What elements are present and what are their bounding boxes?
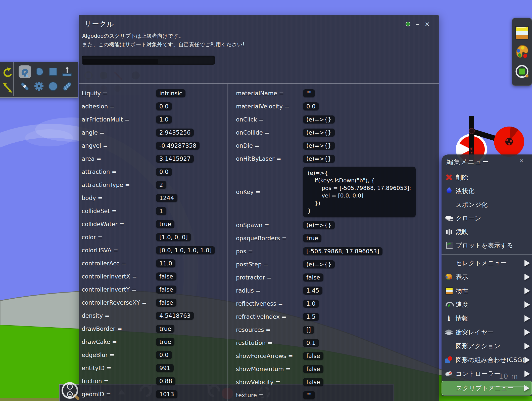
property-row: refractiveIndex = 1.5 [228, 310, 439, 323]
material-layers-icon[interactable] [515, 25, 529, 41]
property-value-field[interactable]: 1.5 [303, 313, 319, 321]
material-layers-icon [445, 286, 454, 295]
brush-tool-icon[interactable] [33, 66, 44, 77]
property-value-field[interactable]: true [156, 220, 174, 228]
property-value-field[interactable]: false [303, 365, 323, 373]
zoom-selection-icon[interactable] [515, 64, 529, 80]
right-red-wheel[interactable] [494, 127, 524, 157]
property-value-field[interactable]: 991 [156, 364, 174, 372]
appearance-palette-icon[interactable] [515, 44, 529, 60]
submenu-arrow-icon [524, 315, 530, 322]
box-tool-icon[interactable] [47, 66, 59, 77]
property-value-field[interactable]: 11.0 [156, 259, 175, 267]
menu-item[interactable]: 図形の組み合わせ(CSG) [442, 353, 532, 367]
property-value-field[interactable]: (e)=>{} [303, 115, 335, 124]
property-value-field[interactable]: 1.0 [156, 115, 172, 124]
plane-tool-icon[interactable] [62, 66, 73, 77]
submenu-arrow-icon [524, 288, 530, 294]
property-label: showForceArrows = [228, 353, 303, 359]
property-value-field[interactable]: (e)=>{} [303, 260, 335, 268]
menu-item[interactable]: 液状化 [442, 184, 532, 198]
property-value-field[interactable]: 3.1415927 [156, 155, 194, 163]
spring-tool-icon[interactable] [62, 81, 73, 92]
menu-item[interactable]: プロットを表示する [442, 238, 532, 252]
property-value-field[interactable]: 2 [156, 181, 166, 189]
undo-arrow-icon[interactable] [2, 66, 13, 77]
property-value-field[interactable]: 0.1 [303, 339, 319, 347]
property-row: airFrictionMult = 1.0 [79, 113, 227, 126]
property-row: restitution = 0.1 [228, 336, 439, 349]
info-icon [445, 314, 454, 323]
property-label: onDie = [228, 142, 303, 149]
property-value-field[interactable]: false [156, 299, 176, 307]
property-value-field[interactable]: 1 [156, 207, 166, 215]
property-value-field[interactable]: 0.0 [303, 102, 319, 110]
property-value-field[interactable]: 1.0 [303, 300, 319, 308]
property-value-field[interactable]: false [303, 378, 323, 386]
property-value-field[interactable]: [] [303, 326, 314, 334]
property-value-field[interactable]: 1.45 [303, 287, 322, 295]
property-value-field[interactable]: 0.0 [156, 102, 172, 110]
menu-item[interactable]: 情報 [442, 311, 532, 325]
menu-item[interactable]: 表示 [442, 270, 532, 284]
property-value-field[interactable]: (e)=>{} [303, 221, 335, 229]
property-value-field[interactable]: 1244 [156, 194, 177, 202]
sketch-tool-icon[interactable] [19, 66, 30, 77]
menu-item[interactable]: 衝突レイヤー [442, 325, 532, 339]
property-value-field[interactable]: 1013 [156, 390, 177, 398]
property-value-field[interactable]: (e)=>{} [303, 142, 335, 150]
gear-tool-icon[interactable] [33, 81, 44, 92]
property-value-field[interactable]: 0.0 [156, 168, 172, 176]
onkey-code-field[interactable]: (e)=>{ if(keys.isDown("b"), { pos = [-50… [303, 167, 416, 217]
property-value-field[interactable]: 4.5418763 [156, 312, 194, 320]
menu-item-label: 情報 [456, 314, 468, 323]
property-label: onKey = [228, 189, 303, 195]
property-value-field[interactable]: false [156, 286, 176, 294]
property-value-field[interactable]: 0.0 [156, 351, 172, 359]
minimize-icon[interactable]: – [510, 158, 513, 164]
property-value-field[interactable]: [1.0, 0, 0] [156, 233, 191, 241]
menu-item[interactable]: 物性 [442, 284, 532, 298]
collision-layers-icon [445, 328, 454, 337]
property-value-field[interactable]: -0.49287358 [156, 142, 200, 150]
property-value-field[interactable]: true [156, 338, 174, 346]
pin-window-icon[interactable] [406, 22, 410, 26]
menu-item[interactable]: スポンジ化 [442, 198, 532, 211]
property-value-field[interactable]: (e)=>{} [303, 129, 335, 137]
menu-item[interactable]: 速度 [442, 298, 532, 311]
menu-item[interactable]: 削除 [442, 171, 532, 184]
menu-item[interactable]: 図形アクション [442, 339, 532, 353]
property-value-field[interactable]: intrinsic [156, 89, 185, 97]
property-value-field[interactable]: true [303, 234, 321, 242]
property-value-field[interactable]: false [156, 272, 176, 280]
property-label: entityID = [79, 365, 156, 371]
menu-item[interactable]: セレクトメニュー [442, 256, 532, 270]
property-row: body = 1244 [79, 191, 227, 205]
close-icon[interactable]: × [519, 158, 524, 164]
knife-tool-icon[interactable] [19, 81, 30, 92]
property-value-field[interactable]: (e)=>{} [303, 155, 335, 163]
property-value-field[interactable]: 2.9435256 [156, 129, 194, 137]
script-command-input[interactable] [82, 56, 215, 65]
property-value-field[interactable]: "" [303, 89, 315, 97]
menu-item-label: セレクトメニュー [456, 259, 507, 267]
axle-joint[interactable] [469, 128, 474, 134]
property-value-field[interactable]: false [303, 352, 323, 360]
move-tool-icon[interactable] [2, 82, 13, 93]
property-value-field[interactable]: true [156, 325, 174, 333]
mirror-icon [445, 227, 454, 236]
close-icon[interactable]: × [425, 21, 430, 27]
minimize-icon[interactable]: – [416, 21, 419, 27]
property-value-field[interactable]: [0.0, 1.0, 1.0, 1.0] [156, 246, 215, 254]
property-value-field[interactable]: 0.88 [156, 377, 175, 385]
property-value-field[interactable]: [-505.79868, 17.896053] [303, 247, 382, 255]
property-value-field[interactable]: false [303, 273, 323, 282]
menu-item[interactable]: 鏡映 [442, 225, 532, 238]
menu-item[interactable]: コントローラー [442, 367, 532, 381]
menu-item[interactable]: クローン [442, 211, 532, 225]
property-label: showVelocity = [228, 379, 303, 385]
menu-item[interactable]: スクリプトメニュー [442, 381, 532, 395]
circle-tool-icon[interactable] [47, 81, 59, 92]
menu-divider [442, 254, 532, 255]
property-value-field[interactable]: "" [303, 391, 315, 399]
